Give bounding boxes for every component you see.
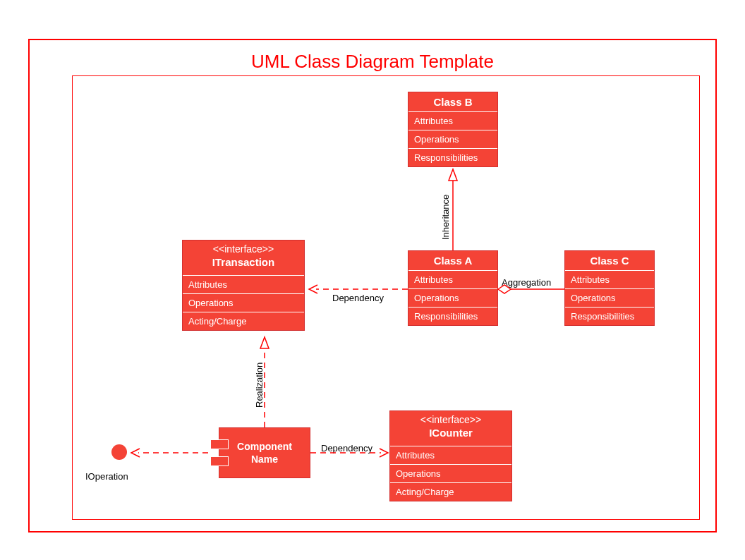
ioperation-ball-icon <box>111 444 127 460</box>
class-c-responsibilities: Responsibilities <box>565 308 654 325</box>
ioperation-label: IOperation <box>85 471 128 482</box>
icounter-attributes: Attributes <box>390 446 511 465</box>
itransaction-operations: Operations <box>183 294 304 312</box>
class-c: Class C Attributes Operations Responsibi… <box>564 250 655 326</box>
itransaction-attributes: Attributes <box>183 276 304 294</box>
icounter-title: ICounter <box>390 425 511 442</box>
component-tab-icon <box>210 439 229 449</box>
itransaction-acting: Acting/Charge <box>183 312 304 330</box>
class-b: Class B Attributes Operations Responsibi… <box>408 92 498 167</box>
component-label: Component Name <box>237 440 292 465</box>
realization-label: Realization <box>254 363 265 408</box>
class-c-operations: Operations <box>565 289 654 308</box>
class-c-title: Class C <box>565 251 654 271</box>
class-b-operations: Operations <box>408 130 497 149</box>
dependency-label-2: Dependency <box>321 443 372 454</box>
component: Component Name <box>219 427 310 478</box>
itransaction: <<interface>> ITransaction Attributes Op… <box>182 240 305 331</box>
aggregation-label: Aggregation <box>502 277 551 288</box>
class-c-attributes: Attributes <box>565 271 654 289</box>
icounter-operations: Operations <box>390 465 511 483</box>
class-a-attributes: Attributes <box>408 271 497 289</box>
class-a: Class A Attributes Operations Responsibi… <box>408 250 498 326</box>
class-b-title: Class B <box>408 92 497 112</box>
class-a-title: Class A <box>408 251 497 271</box>
class-b-attributes: Attributes <box>408 112 497 130</box>
icounter-stereotype: <<interface>> <box>390 411 511 425</box>
itransaction-title: ITransaction <box>183 255 304 272</box>
dependency-label-1: Dependency <box>332 293 384 303</box>
class-b-responsibilities: Responsibilities <box>408 149 497 166</box>
icounter: <<interface>> ICounter Attributes Operat… <box>389 410 512 501</box>
itransaction-stereotype: <<interface>> <box>183 241 304 255</box>
component-tab-icon <box>210 456 229 466</box>
inheritance-label: Inheritance <box>440 195 451 240</box>
icounter-acting: Acting/Charge <box>390 483 511 501</box>
class-a-responsibilities: Responsibilities <box>408 308 497 325</box>
diagram-title: UML Class Diagram Template <box>30 51 715 73</box>
class-a-operations: Operations <box>408 289 497 308</box>
